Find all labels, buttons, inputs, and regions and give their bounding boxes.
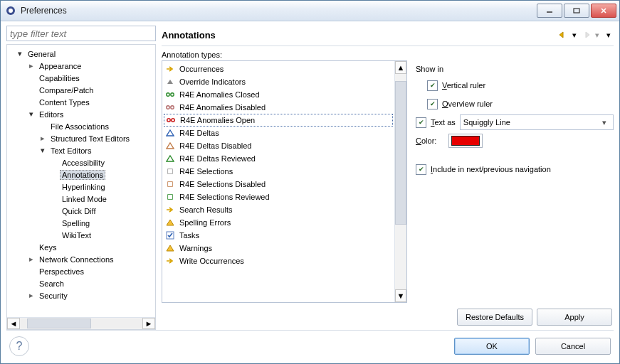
expand-open-icon[interactable]: ▾ <box>38 146 47 155</box>
menu-icon[interactable]: ▾ <box>604 29 614 41</box>
forward-menu-icon[interactable]: ▾ <box>592 29 602 41</box>
list-item-label: Write Occurrences <box>179 257 244 265</box>
window-title: Preferences <box>21 6 67 16</box>
list-item[interactable]: Override Indicators <box>164 75 393 88</box>
tree-item[interactable]: Search <box>10 277 154 289</box>
tree-item-label: Hyperlinking <box>60 182 107 192</box>
list-item[interactable]: Search Results <box>164 203 393 216</box>
scroll-left-icon[interactable]: ◄ <box>7 318 20 329</box>
tree-item[interactable]: Capabilities <box>10 72 154 84</box>
forward-icon[interactable] <box>581 29 591 41</box>
annotation-types-list[interactable]: OccurrencesOverride IndicatorsR4E Anomal… <box>162 60 407 303</box>
tree-item[interactable]: WikiText <box>10 229 154 241</box>
text-as-combo[interactable]: Squiggly Line ▾ <box>460 114 614 130</box>
overview-ruler-checkbox[interactable]: ✔ <box>427 99 438 109</box>
maximize-button[interactable] <box>564 4 589 18</box>
list-item-label: R4E Deltas Reviewed <box>179 154 256 163</box>
warn-icon <box>165 243 175 253</box>
window-buttons <box>537 4 616 18</box>
app-icon <box>5 5 16 16</box>
tree-item[interactable]: ▸Appearance <box>10 60 154 72</box>
list-item[interactable]: R4E Anomalies Disabled <box>164 101 393 114</box>
close-button[interactable] <box>591 4 616 18</box>
tree-item[interactable]: ▸Security <box>10 289 154 301</box>
tree-item[interactable]: ▾General <box>10 48 154 60</box>
color-swatch[interactable] <box>448 134 483 148</box>
scroll-up-icon[interactable]: ▲ <box>395 61 406 74</box>
expand-open-icon[interactable]: ▾ <box>16 50 24 58</box>
ok-button[interactable]: OK <box>454 338 530 355</box>
list-item[interactable]: R4E Anomalies Open <box>164 114 393 127</box>
tree-item-label: Keys <box>37 242 58 252</box>
list-item[interactable]: Spelling Errors <box>164 216 393 229</box>
filter-input[interactable] <box>6 26 156 41</box>
tree-item[interactable]: Accessibility <box>10 156 154 168</box>
list-item[interactable]: R4E Anomalies Closed <box>164 88 393 101</box>
list-item[interactable]: R4E Deltas Disabled <box>164 139 393 152</box>
tree-item-label: Appearance <box>37 61 83 71</box>
tree-item[interactable]: Spelling <box>10 217 154 229</box>
tree-item-label: File Associations <box>48 122 111 132</box>
tree-item-label: General <box>26 49 58 59</box>
scroll-down-icon[interactable]: ▼ <box>395 289 406 302</box>
apply-button[interactable]: Apply <box>537 309 612 326</box>
tree-item[interactable]: Perspectives <box>10 265 154 277</box>
types-label: Annotation types: <box>162 46 614 60</box>
back-menu-icon[interactable]: ▾ <box>569 29 579 41</box>
tree-item-label: Quick Diff <box>60 206 98 216</box>
tree-item[interactable]: Annotations <box>10 168 154 181</box>
tree-item[interactable]: ▸Structured Text Editors <box>10 132 154 144</box>
vertical-scrollbar[interactable]: ▲ ▼ <box>394 61 406 302</box>
list-item[interactable]: Warnings <box>164 242 393 255</box>
tree-item-label: Editors <box>37 109 65 119</box>
svg-point-6 <box>167 93 169 96</box>
list-item[interactable]: R4E Selections Disabled <box>164 178 393 191</box>
list-item-label: Tasks <box>179 231 199 240</box>
list-item[interactable]: R4E Deltas <box>164 127 393 139</box>
text-as-value: Squiggly Line <box>463 118 510 127</box>
tree-item[interactable]: Compare/Patch <box>10 84 154 96</box>
expand-closed-icon[interactable]: ▸ <box>27 62 36 70</box>
expand-open-icon[interactable]: ▾ <box>27 110 36 119</box>
list-item[interactable]: Write Occurrences <box>164 255 393 267</box>
scroll-right-icon[interactable]: ► <box>142 318 155 329</box>
include-nav-checkbox[interactable]: ✔ <box>416 164 426 175</box>
tree-item[interactable]: Hyperlinking <box>10 181 154 193</box>
tree-item-label: Linked Mode <box>60 194 109 204</box>
scroll-thumb[interactable] <box>27 318 91 328</box>
tree-item[interactable]: Content Types <box>10 96 154 108</box>
help-button[interactable]: ? <box>9 336 29 356</box>
expand-closed-icon[interactable]: ▸ <box>38 134 47 143</box>
tree-item[interactable]: Linked Mode <box>10 193 154 205</box>
scroll-thumb[interactable] <box>395 81 406 225</box>
tree-item[interactable]: ▾Text Editors <box>10 144 154 156</box>
list-item[interactable]: R4E Deltas Reviewed <box>164 152 393 165</box>
tree-item[interactable]: Quick Diff <box>10 205 154 217</box>
titlebar[interactable]: Preferences <box>1 1 619 21</box>
list-item-label: Spelling Errors <box>179 218 231 227</box>
preferences-window: Preferences ▾General▸AppearanceCapabilit… <box>0 0 620 364</box>
expand-closed-icon[interactable]: ▸ <box>27 291 36 300</box>
list-item[interactable]: R4E Selections <box>164 165 393 178</box>
list-item-label: Search Results <box>179 205 233 214</box>
expand-closed-icon[interactable]: ▸ <box>27 255 36 264</box>
tree-item[interactable]: ▸Network Connections <box>10 253 154 265</box>
svg-point-10 <box>167 119 170 122</box>
back-icon[interactable] <box>558 29 568 41</box>
horizontal-scrollbar[interactable]: ◄ ► <box>7 317 155 329</box>
restore-defaults-button[interactable]: Restore Defaults <box>457 309 532 326</box>
vertical-ruler-checkbox[interactable]: ✔ <box>427 80 438 91</box>
minimize-button[interactable] <box>537 4 562 18</box>
client-area: ▾General▸AppearanceCapabilitiesCompare/P… <box>1 21 619 363</box>
list-item[interactable]: Occurrences <box>164 63 393 75</box>
cancel-button[interactable]: Cancel <box>535 338 611 355</box>
tree-item-label: Capabilities <box>37 73 82 83</box>
list-item[interactable]: R4E Selections Reviewed <box>164 191 393 203</box>
tree-item[interactable]: Keys <box>10 241 154 253</box>
tree-item[interactable]: ▾Editors <box>10 108 154 120</box>
list-item-label: Warnings <box>179 244 212 252</box>
preference-tree[interactable]: ▾General▸AppearanceCapabilitiesCompare/P… <box>7 45 155 317</box>
text-as-checkbox[interactable]: ✔ <box>416 117 426 128</box>
list-item[interactable]: Tasks <box>164 229 393 242</box>
tree-item[interactable]: File Associations <box>10 120 154 132</box>
